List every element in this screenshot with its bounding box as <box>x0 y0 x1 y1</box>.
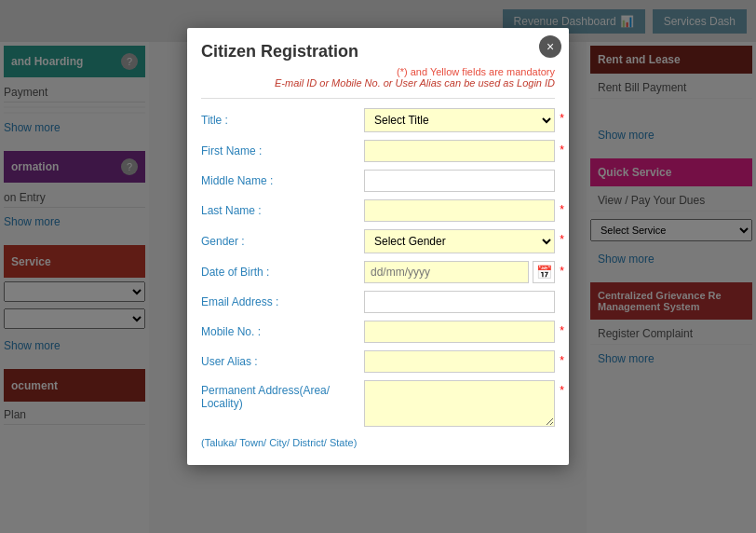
mobile-label: Mobile No. : <box>201 325 364 338</box>
modal-overlay: × Citizen Registration (*) and Yellow fi… <box>0 0 756 533</box>
middlename-row: Middle Name : <box>201 170 555 192</box>
middlename-input[interactable] <box>364 170 555 192</box>
middlename-field <box>364 170 555 192</box>
firstname-row: First Name : * <box>201 140 555 162</box>
address-field: * <box>364 380 555 430</box>
email-note: E-mail ID or Mobile No. or User Alias ca… <box>201 77 555 89</box>
gender-select[interactable]: Select Gender Male Female Other <box>364 229 555 253</box>
dob-field: 📅 * <box>364 261 555 283</box>
email-field <box>364 291 555 313</box>
title-field: Select Title Mr. Mrs. Ms. Dr. * <box>364 108 555 132</box>
address-row: Permanent Address(Area/ Locality) * <box>201 380 555 430</box>
dob-input[interactable] <box>364 261 529 283</box>
lastname-row: Last Name : * <box>201 199 555 222</box>
title-required-star: * <box>560 112 564 125</box>
gender-required-star: * <box>560 233 564 246</box>
mobile-required-star: * <box>560 324 564 337</box>
address-required-star: * <box>560 384 564 397</box>
modal-notes: (*) and Yellow fields are mandatory E-ma… <box>187 66 569 98</box>
lastname-field: * <box>364 199 555 222</box>
close-icon: × <box>547 39 554 54</box>
mobile-row: Mobile No. : * <box>201 321 555 343</box>
title-select[interactable]: Select Title Mr. Mrs. Ms. Dr. <box>364 108 555 132</box>
taluka-row: (Taluka/ Town/ City/ District/ State) <box>201 437 555 448</box>
address-textarea[interactable] <box>364 380 555 427</box>
firstname-field: * <box>364 140 555 162</box>
title-row: Title : Select Title Mr. Mrs. Ms. Dr. * <box>201 108 555 132</box>
firstname-required-star: * <box>560 144 564 157</box>
mandatory-note: (*) and Yellow fields are mandatory <box>201 66 555 77</box>
modal-close-button[interactable]: × <box>539 35 561 58</box>
alias-field: * <box>364 350 555 373</box>
modal-title: Citizen Registration <box>187 28 569 66</box>
alias-label: User Alias : <box>201 355 364 368</box>
lastname-required-star: * <box>560 203 564 216</box>
date-field-wrap: 📅 <box>364 261 555 283</box>
dob-label: Date of Birth : <box>201 266 364 279</box>
middlename-label: Middle Name : <box>201 174 364 187</box>
gender-row: Gender : Select Gender Male Female Other… <box>201 229 555 253</box>
address-label: Permanent Address(Area/ Locality) <box>201 380 364 410</box>
dob-required-star: * <box>560 265 564 278</box>
title-label: Title : <box>201 114 364 127</box>
alias-input[interactable] <box>364 350 555 373</box>
gender-label: Gender : <box>201 235 364 248</box>
firstname-label: First Name : <box>201 144 364 157</box>
mobile-field: * <box>364 321 555 343</box>
email-input[interactable] <box>364 291 555 313</box>
taluka-label: (Taluka/ Town/ City/ District/ State) <box>201 437 364 448</box>
dob-row: Date of Birth : 📅 * <box>201 261 555 283</box>
email-label: Email Address : <box>201 295 364 308</box>
calendar-icon[interactable]: 📅 <box>533 261 555 283</box>
firstname-input[interactable] <box>364 140 555 162</box>
mobile-input[interactable] <box>364 321 555 343</box>
lastname-label: Last Name : <box>201 204 364 217</box>
citizen-registration-modal: × Citizen Registration (*) and Yellow fi… <box>187 28 569 465</box>
lastname-input[interactable] <box>364 199 555 222</box>
alias-row: User Alias : * <box>201 350 555 373</box>
gender-field: Select Gender Male Female Other * <box>364 229 555 253</box>
modal-body: Title : Select Title Mr. Mrs. Ms. Dr. * … <box>187 99 569 465</box>
email-row: Email Address : <box>201 291 555 313</box>
alias-required-star: * <box>560 354 564 367</box>
